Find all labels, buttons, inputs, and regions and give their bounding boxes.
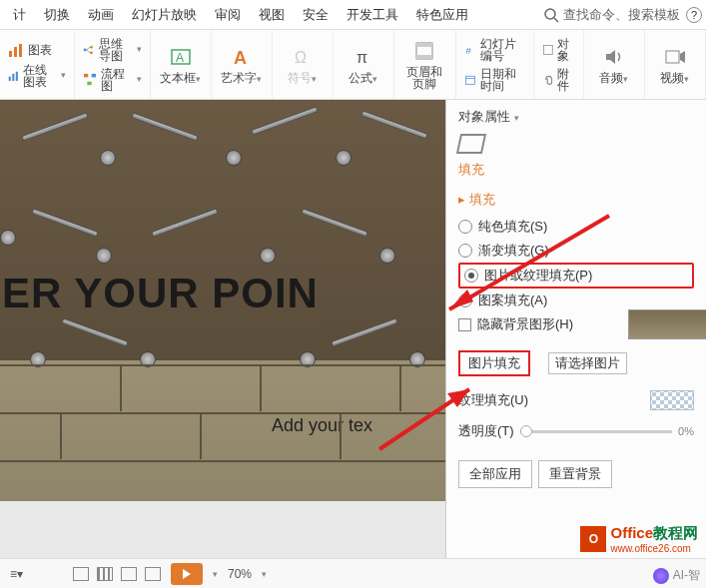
fill-tab-label[interactable]: 填充 <box>458 161 694 179</box>
notes-icon[interactable]: ≡▾ <box>10 567 23 581</box>
object-icon <box>542 42 554 58</box>
svg-rect-15 <box>88 81 92 84</box>
svg-rect-14 <box>92 73 96 76</box>
flowchart-button[interactable]: 流程图▾ <box>83 68 141 92</box>
mindmap-icon <box>83 42 94 58</box>
video-button[interactable]: 视频▾ <box>653 46 697 84</box>
paperclip-icon <box>542 72 554 88</box>
tab-security[interactable]: 安全 <box>294 0 338 30</box>
svg-rect-25 <box>466 76 475 84</box>
tab-review[interactable]: 审阅 <box>206 0 250 30</box>
svg-rect-13 <box>84 73 88 76</box>
audio-button[interactable]: 音频▾ <box>592 46 636 84</box>
menu-tabs: 计 切换 动画 幻灯片放映 审阅 视图 安全 开发工具 特色应用 查找命令、搜索… <box>0 0 706 30</box>
symbol-button[interactable]: Ω符号▾ <box>281 46 325 84</box>
formula-button[interactable]: π公式▾ <box>342 46 385 84</box>
svg-rect-2 <box>9 51 12 57</box>
online-chart-icon <box>8 68 19 84</box>
ai-dot-icon <box>653 568 669 584</box>
tab-special[interactable]: 特色应用 <box>407 0 477 30</box>
datetime-button[interactable]: 日期和时间 <box>464 68 525 92</box>
calendar-icon <box>464 72 476 88</box>
play-slideshow-button[interactable] <box>171 563 203 585</box>
svg-text:Ω: Ω <box>295 49 307 66</box>
tab-design[interactable]: 计 <box>4 0 35 30</box>
watermark: O Office教程网 www.office26.com <box>580 524 698 554</box>
svg-line-12 <box>87 50 91 53</box>
view-reading-icon[interactable] <box>121 567 137 581</box>
radio-gradient-fill[interactable]: 渐变填充(G) <box>458 239 694 263</box>
pi-icon: π <box>353 46 374 68</box>
radio-solid-fill[interactable]: 纯色填充(S) <box>458 215 694 239</box>
content-area: ER YOUR POIN Add your tex 对象属性 ▾ 填充 ▸ 填充… <box>0 100 706 558</box>
opacity-label: 透明度(T) <box>458 422 514 440</box>
panel-title: 对象属性 ▾ <box>458 108 694 126</box>
picture-fill-link[interactable]: 图片填充 <box>458 350 530 376</box>
svg-rect-7 <box>16 71 18 80</box>
slide-title[interactable]: ER YOUR POIN <box>2 270 319 317</box>
zoom-level[interactable]: 70% <box>228 567 252 581</box>
command-search[interactable]: 查找命令、搜索模板 <box>543 6 680 24</box>
fill-preview-thumbnail[interactable] <box>628 309 706 339</box>
textbox-button[interactable]: A文本框▾ <box>159 46 203 84</box>
svg-rect-28 <box>666 51 679 63</box>
apply-all-button[interactable]: 全部应用 <box>458 460 532 488</box>
opacity-slider[interactable] <box>520 430 672 433</box>
svg-marker-29 <box>680 51 685 63</box>
chart-button[interactable]: 图表 <box>8 42 66 58</box>
radio-picture-texture-fill[interactable]: 图片或纹理填充(P) <box>458 263 694 289</box>
svg-text:A: A <box>176 51 184 65</box>
svg-point-9 <box>90 45 93 48</box>
slide-background: ER YOUR POIN Add your tex <box>0 100 445 501</box>
wordart-button[interactable]: A艺术字▾ <box>220 46 264 84</box>
view-sorter-icon[interactable] <box>97 567 113 581</box>
svg-point-10 <box>90 51 93 54</box>
watermark-url: www.office26.com <box>610 543 698 554</box>
object-button[interactable]: 对象 <box>542 38 575 62</box>
tab-devtools[interactable]: 开发工具 <box>338 0 407 30</box>
object-properties-panel: 对象属性 ▾ 填充 ▸ 填充 纯色填充(S) 渐变填充(G) 图片或纹理填充(P… <box>446 100 706 558</box>
tab-view[interactable]: 视图 <box>250 0 294 30</box>
help-icon[interactable]: ? <box>686 7 702 23</box>
search-placeholder: 查找命令、搜索模板 <box>563 6 680 24</box>
speaker-icon <box>603 46 625 68</box>
tab-transition[interactable]: 切换 <box>35 0 79 30</box>
mindmap-button[interactable]: 思维导图▾ <box>83 38 141 62</box>
svg-rect-4 <box>19 44 22 57</box>
svg-rect-22 <box>416 43 432 47</box>
svg-rect-27 <box>543 45 552 54</box>
svg-rect-5 <box>9 76 11 80</box>
svg-rect-3 <box>14 47 17 57</box>
svg-text:A: A <box>234 48 247 68</box>
ai-assistant[interactable]: AI-智 <box>653 567 700 584</box>
online-chart-button[interactable]: 在线图表▾ <box>8 64 66 88</box>
tab-slideshow[interactable]: 幻灯片放映 <box>123 0 206 30</box>
opacity-row: 透明度(T) 0% <box>458 422 694 440</box>
texture-swatch[interactable] <box>650 390 694 410</box>
texture-fill-link[interactable]: 纹理填充(U) <box>458 391 528 409</box>
video-icon <box>664 46 686 68</box>
slide-number-button[interactable]: #幻灯片编号 <box>464 38 525 62</box>
flowchart-icon <box>83 72 97 88</box>
view-normal-icon[interactable] <box>73 567 89 581</box>
select-picture-button[interactable]: 请选择图片 <box>548 352 627 374</box>
view-present-icon[interactable] <box>145 567 161 581</box>
omega-icon: Ω <box>292 46 314 68</box>
attachment-button[interactable]: 附件 <box>542 68 575 92</box>
svg-rect-23 <box>416 55 432 59</box>
wordart-icon: A <box>231 46 253 68</box>
fill-section-header[interactable]: ▸ 填充 <box>458 191 694 209</box>
status-bar: ≡▾ ▾ 70%▾ <box>0 558 706 588</box>
fill-tab-icon[interactable] <box>456 134 486 154</box>
search-icon <box>543 7 559 23</box>
ribbon: 图表 在线图表▾ 思维导图▾ 流程图▾ A文本框▾ A艺术字▾ Ω符号▾ π公式… <box>0 30 706 100</box>
svg-text:#: # <box>466 44 472 55</box>
tab-animation[interactable]: 动画 <box>79 0 123 30</box>
svg-rect-6 <box>12 73 14 80</box>
reset-bg-button[interactable]: 重置背景 <box>538 460 612 488</box>
office-logo-icon: O <box>580 526 606 552</box>
opacity-value: 0% <box>678 425 694 437</box>
slide-canvas[interactable]: ER YOUR POIN Add your tex <box>0 100 446 558</box>
svg-text:π: π <box>356 49 367 66</box>
header-footer-button[interactable]: 页眉和页脚 <box>402 40 447 90</box>
